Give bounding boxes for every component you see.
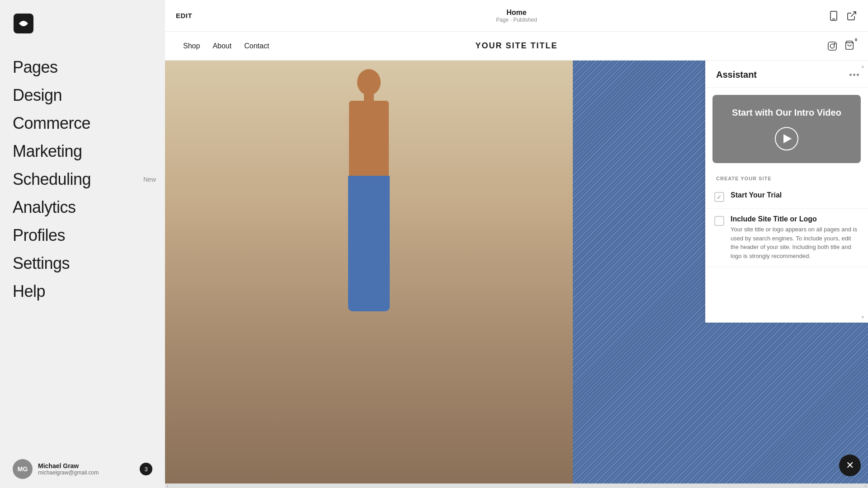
page-status: Page · Published	[496, 17, 537, 23]
sidebar-item-marketing[interactable]: Marketing	[13, 137, 165, 165]
intro-video-card: Start with Our Intro Video	[712, 95, 861, 163]
checklist-site-title-title: Include Site Title or Logo	[731, 215, 859, 223]
scroll-up-button[interactable]: ▲	[860, 63, 865, 69]
sidebar: Pages Design Commerce Marketing Scheduli…	[0, 0, 165, 488]
checklist-site-title-desc: Your site title or logo appears on all p…	[731, 225, 859, 260]
cart-count: 0	[855, 38, 857, 42]
instagram-icon[interactable]	[827, 41, 837, 51]
nav-right-icons: 0	[827, 40, 854, 52]
top-bar: EDIT Home Page · Published	[165, 0, 868, 32]
main-content: EDIT Home Page · Published	[165, 0, 868, 488]
sidebar-item-settings[interactable]: Settings	[13, 249, 165, 277]
main-navigation: Pages Design Commerce Marketing Scheduli…	[0, 53, 165, 450]
sidebar-item-help[interactable]: Help	[13, 277, 165, 305]
edit-label: EDIT	[176, 12, 192, 19]
site-title: YOUR SITE TITLE	[475, 41, 557, 51]
scroll-left-icon[interactable]: ‹	[167, 483, 168, 488]
section-label: CREATE YOUR SITE	[705, 170, 868, 185]
assistant-header: Assistant	[705, 61, 868, 88]
logo[interactable]	[0, 0, 165, 53]
scrollbar-arrows: ‹ ›	[165, 483, 868, 488]
sidebar-item-profiles[interactable]: Profiles	[13, 221, 165, 249]
svg-rect-4	[828, 42, 836, 50]
hero-image-left	[165, 61, 573, 483]
checklist-site-title-text: Include Site Title or Logo Your site tit…	[731, 215, 859, 260]
top-bar-right	[828, 10, 857, 21]
scroll-right-icon[interactable]: ›	[865, 483, 866, 488]
close-assistant-button[interactable]: ✕	[839, 455, 861, 476]
intro-video-title: Start with Our Intro Video	[732, 108, 841, 118]
top-bar-left: EDIT	[176, 12, 192, 19]
nav-links: Shop About Contact	[165, 42, 269, 50]
top-bar-center: Home Page · Published	[496, 9, 537, 23]
more-options-button[interactable]	[849, 74, 859, 76]
sidebar-item-design[interactable]: Design	[13, 81, 165, 109]
svg-point-6	[834, 43, 835, 44]
scroll-down-button[interactable]: ▼	[860, 314, 865, 320]
play-video-button[interactable]	[775, 127, 798, 150]
user-info[interactable]: MG Michael Graw michaelgraw@gmail.com	[13, 459, 99, 479]
sidebar-item-pages[interactable]: Pages	[13, 53, 165, 81]
svg-point-5	[830, 44, 834, 48]
play-triangle-icon	[783, 134, 792, 143]
nav-link-contact[interactable]: Contact	[244, 42, 269, 50]
user-details: Michael Graw michaelgraw@gmail.com	[38, 462, 99, 476]
svg-line-3	[851, 12, 856, 17]
external-link-button[interactable]	[846, 10, 857, 21]
sidebar-item-scheduling[interactable]: Scheduling New	[13, 165, 165, 193]
nav-link-shop[interactable]: Shop	[183, 42, 200, 50]
cart-icon[interactable]: 0	[844, 40, 854, 52]
page-title: Home	[496, 9, 537, 17]
notification-badge[interactable]: 3	[140, 463, 152, 475]
checklist-item-site-title[interactable]: Include Site Title or Logo Your site tit…	[705, 209, 868, 267]
nav-link-about[interactable]: About	[212, 42, 231, 50]
user-email: michaelgraw@gmail.com	[38, 469, 99, 476]
sidebar-item-analytics[interactable]: Analytics	[13, 193, 165, 221]
checklist-item-trial-text: Start Your Trial	[731, 191, 859, 201]
hero-section: ▲ Assistant Start with Our Intro Video	[165, 61, 868, 483]
check-mark-icon: ✓	[717, 193, 722, 201]
assistant-panel: ▲ Assistant Start with Our Intro Video	[705, 61, 868, 323]
sidebar-footer: MG Michael Graw michaelgraw@gmail.com 3	[0, 450, 165, 488]
checklist-item-trial[interactable]: ✓ Start Your Trial	[705, 185, 868, 209]
avatar: MG	[13, 459, 33, 479]
assistant-title: Assistant	[716, 70, 757, 80]
checklist-trial-title: Start Your Trial	[731, 191, 859, 199]
user-name: Michael Graw	[38, 462, 99, 469]
preview-wrapper: Shop About Contact YOUR SITE TITLE	[165, 32, 868, 488]
checkbox-site-title[interactable]	[714, 216, 724, 226]
site-preview-nav: Shop About Contact YOUR SITE TITLE	[165, 32, 868, 61]
mobile-preview-button[interactable]	[828, 10, 839, 21]
checkbox-trial[interactable]: ✓	[714, 192, 724, 202]
preview-scrollbar[interactable]: ‹ ›	[165, 483, 868, 488]
sidebar-item-commerce[interactable]: Commerce	[13, 109, 165, 137]
